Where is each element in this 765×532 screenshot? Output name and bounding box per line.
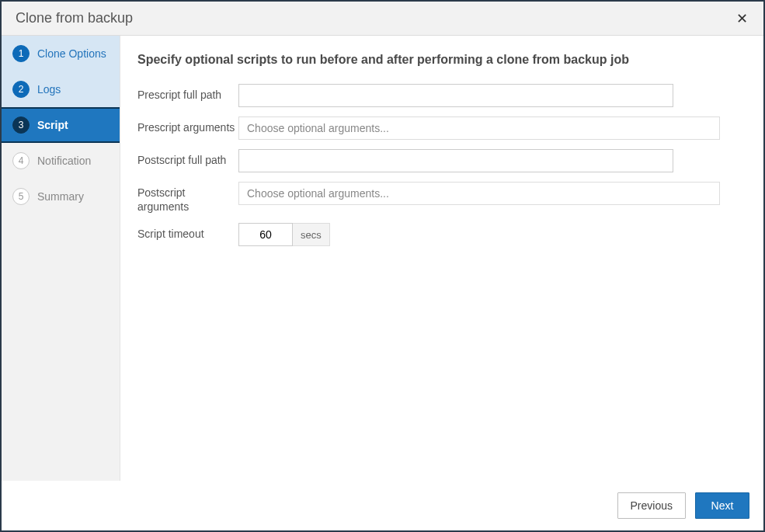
- sidebar-step-script[interactable]: 3 Script: [2, 107, 120, 143]
- timeout-group: secs: [238, 223, 330, 246]
- next-button[interactable]: Next: [695, 492, 749, 519]
- sidebar-step-summary[interactable]: 5 Summary: [2, 179, 120, 214]
- step-number: 2: [12, 81, 30, 98]
- postscript-args-label: Postscript arguments: [137, 182, 238, 214]
- dialog-header: Clone from backup ✕: [2, 2, 763, 36]
- dialog-body: 1 Clone Options 2 Logs 3 Script 4 Notifi…: [2, 36, 763, 481]
- step-label: Clone Options: [37, 47, 106, 60]
- clone-from-backup-dialog: Clone from backup ✕ 1 Clone Options 2 Lo…: [0, 0, 765, 532]
- sidebar-step-clone-options[interactable]: 1 Clone Options: [2, 36, 120, 71]
- wizard-sidebar: 1 Clone Options 2 Logs 3 Script 4 Notifi…: [2, 36, 120, 481]
- sidebar-step-logs[interactable]: 2 Logs: [2, 71, 120, 107]
- step-label: Script: [37, 119, 68, 131]
- step-label: Notification: [37, 155, 91, 167]
- step-number: 1: [12, 45, 30, 62]
- step-number: 4: [12, 152, 30, 169]
- postscript-args-dropdown[interactable]: Choose optional arguments...: [238, 182, 720, 205]
- section-heading: Specify optional scripts to run before a…: [137, 53, 740, 67]
- prescript-args-row: Prescript arguments Choose optional argu…: [137, 116, 740, 140]
- step-number: 3: [12, 116, 30, 134]
- script-timeout-row: Script timeout secs: [137, 223, 740, 246]
- postscript-args-row: Postscript arguments Choose optional arg…: [137, 182, 740, 214]
- dialog-footer: Previous Next: [2, 481, 763, 530]
- postscript-path-input[interactable]: [238, 149, 673, 172]
- prescript-path-input[interactable]: [238, 84, 673, 107]
- close-icon: ✕: [736, 11, 748, 26]
- timeout-unit: secs: [293, 223, 330, 246]
- close-button[interactable]: ✕: [732, 9, 753, 29]
- prescript-path-label: Prescript full path: [137, 84, 238, 103]
- prescript-args-label: Prescript arguments: [137, 116, 238, 135]
- postscript-path-label: Postscript full path: [137, 149, 238, 168]
- step-label: Logs: [37, 83, 61, 96]
- script-timeout-input[interactable]: [238, 223, 293, 246]
- dropdown-placeholder: Choose optional arguments...: [247, 122, 389, 134]
- prescript-args-dropdown[interactable]: Choose optional arguments...: [238, 116, 720, 140]
- script-timeout-label: Script timeout: [137, 223, 238, 242]
- wizard-content: Specify optional scripts to run before a…: [120, 36, 763, 481]
- step-number: 5: [12, 188, 30, 205]
- dialog-title: Clone from backup: [16, 10, 133, 26]
- postscript-path-row: Postscript full path: [137, 149, 740, 172]
- step-label: Summary: [37, 190, 84, 203]
- dropdown-placeholder: Choose optional arguments...: [247, 187, 389, 200]
- sidebar-step-notification[interactable]: 4 Notification: [2, 143, 120, 179]
- prescript-path-row: Prescript full path: [137, 84, 740, 107]
- previous-button[interactable]: Previous: [617, 492, 686, 519]
